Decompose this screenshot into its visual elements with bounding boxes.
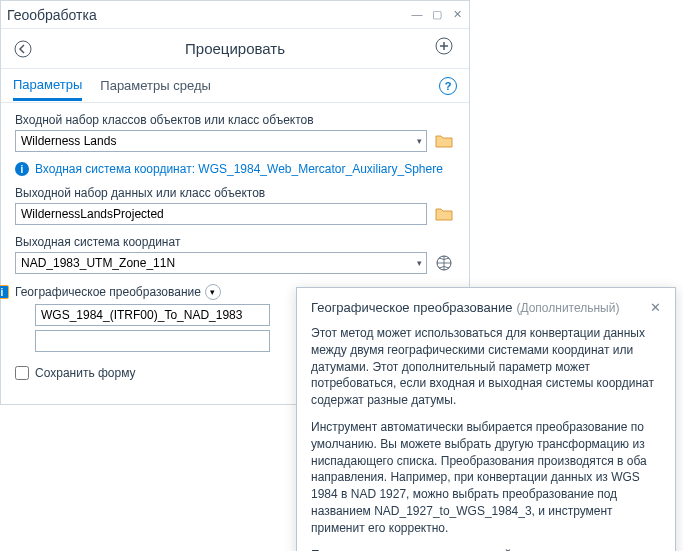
output-fc-input[interactable]: WildernessLandsProjected xyxy=(15,203,427,225)
add-button[interactable] xyxy=(435,37,459,61)
back-button[interactable] xyxy=(11,37,35,61)
tooltip-subtitle: (Дополнительный) xyxy=(516,301,619,315)
tooltip-para-1: Этот метод может использоваться для конв… xyxy=(311,325,661,409)
output-cs-dropdown[interactable]: NAD_1983_UTM_Zone_11N ▾ xyxy=(15,252,427,274)
geotrans-input-1[interactable]: WGS_1984_(ITRF00)_To_NAD_1983 xyxy=(35,304,270,326)
field-output-featureclass: Выходной набор данных или класс объектов… xyxy=(15,186,455,225)
output-fc-label: Выходной набор данных или класс объектов xyxy=(15,186,455,200)
tool-title: Проецировать xyxy=(35,40,435,57)
tooltip-para-3: Параметр содержит раскрывающийся список … xyxy=(311,547,661,551)
tooltip-para-2: Инструмент автоматически выбирается прео… xyxy=(311,419,661,537)
geotrans-input-2[interactable] xyxy=(35,330,270,352)
info-badge-icon[interactable]: i xyxy=(0,285,9,299)
browse-output-fc-button[interactable] xyxy=(433,204,455,224)
output-cs-label: Выходная система координат xyxy=(15,235,455,249)
help-button[interactable]: ? xyxy=(439,77,457,95)
input-fc-value: Wilderness Lands xyxy=(21,134,116,148)
output-fc-value: WildernessLandsProjected xyxy=(21,207,164,221)
browse-input-fc-button[interactable] xyxy=(433,131,455,151)
geotrans-label: Географическое преобразование xyxy=(15,285,201,299)
input-fc-dropdown[interactable]: Wilderness Lands ▾ xyxy=(15,130,427,152)
geotrans-tooltip: Географическое преобразование (Дополните… xyxy=(296,287,676,551)
expand-geotrans-button[interactable]: ▾ xyxy=(205,284,221,300)
preserve-shape-checkbox[interactable] xyxy=(15,366,29,380)
preserve-shape-label: Сохранить форму xyxy=(35,366,136,380)
geotrans-value: WGS_1984_(ITRF00)_To_NAD_1983 xyxy=(41,308,242,322)
plus-icon xyxy=(435,37,453,55)
tab-parameters[interactable]: Параметры xyxy=(13,71,82,101)
output-cs-value: NAD_1983_UTM_Zone_11N xyxy=(21,256,175,270)
field-output-cs: Выходная система координат NAD_1983_UTM_… xyxy=(15,235,455,274)
folder-icon xyxy=(435,207,453,221)
minimize-icon[interactable]: — xyxy=(411,8,423,21)
field-input-featureclass: Входной набор классов объектов или класс… xyxy=(15,113,455,152)
window-controls: — ▢ ✕ xyxy=(411,8,463,21)
input-cs-info-line: i Входная система координат: WGS_1984_We… xyxy=(15,162,455,176)
back-arrow-icon xyxy=(14,40,32,58)
info-icon: i xyxy=(15,162,29,176)
tabs: Параметры Параметры среды ? xyxy=(1,69,469,103)
chevron-down-icon: ▾ xyxy=(210,287,215,297)
tooltip-close-button[interactable]: ✕ xyxy=(650,300,661,315)
chevron-down-icon: ▾ xyxy=(417,258,422,268)
input-cs-info-text: Входная система координат: WGS_1984_Web_… xyxy=(35,162,443,176)
folder-icon xyxy=(435,134,453,148)
toolbar: Проецировать xyxy=(1,29,469,69)
maximize-icon[interactable]: ▢ xyxy=(431,8,443,21)
svg-point-0 xyxy=(15,41,31,57)
globe-icon xyxy=(436,255,452,271)
tooltip-title: Географическое преобразование xyxy=(311,300,512,315)
input-fc-label: Входной набор классов объектов или класс… xyxy=(15,113,455,127)
titlebar: Геообработка — ▢ ✕ xyxy=(1,1,469,29)
tab-environment[interactable]: Параметры среды xyxy=(100,72,211,99)
close-icon[interactable]: ✕ xyxy=(451,8,463,21)
chevron-down-icon: ▾ xyxy=(417,136,422,146)
panel-title: Геообработка xyxy=(7,7,411,23)
select-cs-button[interactable] xyxy=(433,253,455,273)
